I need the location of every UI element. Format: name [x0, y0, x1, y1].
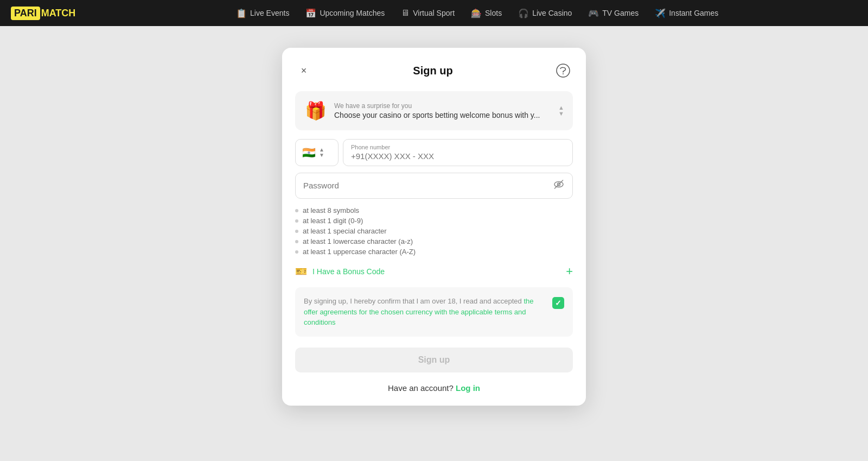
- password-rules: at least 8 symbols at least 1 digit (0-9…: [295, 206, 573, 256]
- phone-input[interactable]: [351, 151, 565, 161]
- have-account: Have an account? Log in: [295, 383, 573, 393]
- logo[interactable]: PARI MATCH: [11, 7, 75, 20]
- rule-dot: [295, 240, 298, 243]
- rule-dot: [295, 219, 298, 223]
- rule-5: at least 1 uppercase character (A-Z): [295, 248, 573, 256]
- toggle-password-button[interactable]: [553, 179, 565, 193]
- login-link[interactable]: Log in: [456, 383, 480, 393]
- nav-item-live-casino[interactable]: 🎧 Live Casino: [512, 5, 578, 22]
- main-content: × Sign up 🎁 We have a surprise for you C…: [0, 26, 868, 461]
- live-casino-icon: 🎧: [518, 8, 529, 18]
- country-arrows-icon: ▲ ▼: [319, 147, 324, 158]
- bonus-arrow-icon: ▲ ▼: [558, 105, 564, 117]
- nav-item-instant-games[interactable]: ✈️ Instant Games: [648, 5, 725, 22]
- password-input[interactable]: [303, 181, 546, 190]
- nav-item-live-events[interactable]: 📋 Live Events: [229, 5, 296, 22]
- terms-text-before: By signing up, I hereby confirm that I a…: [304, 297, 524, 305]
- bonus-code-icon: 🎫: [295, 266, 307, 277]
- signup-modal: × Sign up 🎁 We have a surprise for you C…: [282, 48, 586, 406]
- add-bonus-code-button[interactable]: +: [566, 264, 573, 279]
- rule-dot: [295, 230, 298, 233]
- rule-dot: [295, 250, 298, 254]
- nav-item-upcoming-matches[interactable]: 📅 Upcoming Matches: [299, 5, 391, 22]
- bonus-code-row: 🎫 I Have a Bonus Code +: [295, 264, 573, 279]
- phone-label: Phone number: [351, 144, 565, 150]
- terms-checkbox[interactable]: [552, 297, 564, 309]
- tv-games-icon: 🎮: [588, 8, 599, 18]
- password-wrap: [295, 173, 573, 199]
- svg-point-1: [563, 73, 564, 74]
- modal-title: Sign up: [413, 65, 452, 77]
- bonus-code-label[interactable]: I Have a Bonus Code: [312, 267, 560, 276]
- nav-items: 📋 Live Events 📅 Upcoming Matches 🖥 Virtu…: [97, 5, 857, 22]
- country-flag: 🇮🇳: [302, 146, 316, 159]
- slots-icon: 🎰: [471, 8, 482, 18]
- upcoming-matches-icon: 📅: [305, 8, 316, 18]
- rule-1: at least 8 symbols: [295, 206, 573, 214]
- bonus-banner[interactable]: 🎁 We have a surprise for you Choose your…: [295, 91, 573, 130]
- rule-3: at least 1 special character: [295, 227, 573, 235]
- country-selector[interactable]: 🇮🇳 ▲ ▼: [295, 139, 339, 166]
- phone-input-wrap: Phone number: [343, 139, 573, 166]
- support-button[interactable]: [553, 61, 573, 80]
- rule-2: at least 1 digit (0-9): [295, 217, 573, 225]
- modal-header: × Sign up: [295, 61, 573, 80]
- bonus-banner-icon: 🎁: [304, 99, 328, 123]
- nav-item-slots[interactable]: 🎰 Slots: [464, 5, 508, 22]
- svg-point-0: [557, 64, 570, 77]
- rule-dot: [295, 209, 298, 212]
- bonus-text: We have a surprise for you Choose your c…: [334, 102, 552, 119]
- instant-games-icon: ✈️: [655, 8, 666, 18]
- phone-row: 🇮🇳 ▲ ▼ Phone number: [295, 139, 573, 166]
- nav-item-virtual-sport[interactable]: 🖥 Virtual Sport: [394, 5, 461, 21]
- navbar: PARI MATCH 📋 Live Events 📅 Upcoming Matc…: [0, 0, 868, 26]
- rule-4: at least 1 lowercase character (a-z): [295, 237, 573, 245]
- bonus-subtitle: We have a surprise for you: [334, 102, 552, 110]
- eye-icon: [553, 179, 565, 191]
- virtual-sport-icon: 🖥: [401, 8, 410, 18]
- signup-button[interactable]: Sign up: [295, 348, 573, 372]
- terms-box: By signing up, I hereby confirm that I a…: [295, 287, 573, 337]
- terms-text: By signing up, I hereby confirm that I a…: [304, 296, 546, 328]
- nav-item-tv-games[interactable]: 🎮 TV Games: [582, 5, 645, 22]
- live-events-icon: 📋: [236, 8, 247, 18]
- bonus-title: Choose your casino or sports betting wel…: [334, 111, 552, 119]
- support-icon: [556, 63, 571, 78]
- have-account-text: Have an account?: [388, 383, 454, 393]
- close-button[interactable]: ×: [295, 62, 312, 79]
